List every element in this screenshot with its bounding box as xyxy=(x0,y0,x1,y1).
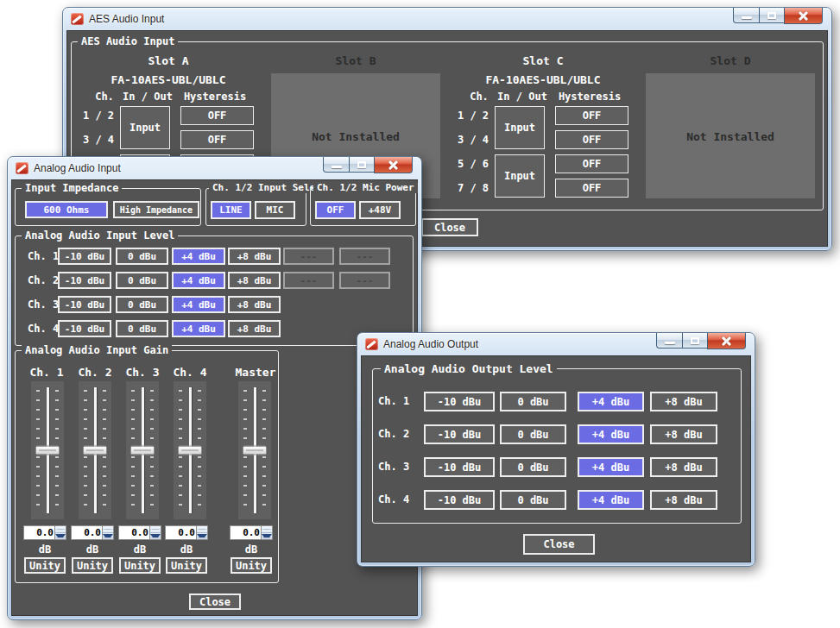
close-button[interactable] xyxy=(374,157,413,173)
input-level-ch2-plus4[interactable]: +4 dBu xyxy=(172,272,225,289)
maximize-button[interactable] xyxy=(759,8,784,23)
spin-down-button[interactable] xyxy=(197,533,207,539)
slider-handle[interactable] xyxy=(35,446,60,455)
analog-input-close-button[interactable]: Close xyxy=(189,593,241,610)
spin-down-button[interactable] xyxy=(103,533,113,539)
output-level-ch3-plus8[interactable]: +8 dBu xyxy=(650,457,717,477)
input-level-ch1-plus4[interactable]: +4 dBu xyxy=(172,248,225,265)
output-level-ch2-plus8[interactable]: +8 dBu xyxy=(650,424,717,444)
gain-spinbox-ch3[interactable]: 0.0 xyxy=(118,525,161,540)
spin-up-button[interactable] xyxy=(262,526,272,533)
gain-value-ch3[interactable]: 0.0 xyxy=(119,526,149,539)
input-level-ch3-plus4[interactable]: +4 dBu xyxy=(172,296,225,313)
output-level-ch4-plus8[interactable]: +8 dBu xyxy=(650,490,717,510)
input-select-mic-button[interactable]: MIC xyxy=(255,201,295,219)
output-level-ch2-minus10[interactable]: -10 dBu xyxy=(424,424,495,444)
unity-button-ch1[interactable]: Unity xyxy=(24,557,66,574)
input-gain-group-label: Analog Audio Input Gain xyxy=(22,344,172,356)
spin-down-button[interactable] xyxy=(262,533,272,539)
mic-power-48v-button[interactable]: +48V xyxy=(359,201,401,219)
column-header-ch: Ch. xyxy=(462,91,496,103)
slot-c-hysteresis-button-34[interactable]: OFF xyxy=(555,130,628,149)
spin-up-button[interactable] xyxy=(55,526,66,533)
gain-value-ch1[interactable]: 0.0 xyxy=(24,526,54,539)
input-level-ch1-minus10[interactable]: -10 dBu xyxy=(58,248,111,265)
gain-slider-ch3[interactable] xyxy=(126,381,159,519)
unity-button-master[interactable]: Unity xyxy=(231,557,272,574)
spin-up-button[interactable] xyxy=(197,526,207,533)
output-level-group-label: Analog Audio Output Level xyxy=(381,362,557,375)
slider-handle[interactable] xyxy=(83,446,107,455)
mic-power-off-button[interactable]: OFF xyxy=(315,201,356,219)
impedance-600ohms-button[interactable]: 600 Ohms xyxy=(25,201,108,218)
spin-down-icon xyxy=(55,534,66,538)
analog-output-close-button[interactable]: Close xyxy=(523,534,595,555)
output-level-ch1-plus4[interactable]: +4 dBu xyxy=(578,392,644,411)
aes-titlebar[interactable]: AES Audio Input xyxy=(63,8,831,30)
gain-value-master[interactable]: 0.0 xyxy=(231,526,261,539)
input-level-ch4-0dbu[interactable]: 0 dBu xyxy=(116,320,168,337)
output-level-ch2-0dbu[interactable]: 0 dBu xyxy=(500,424,566,444)
unity-button-ch3[interactable]: Unity xyxy=(119,557,161,574)
slot-c-inout-button-12-34[interactable]: Input xyxy=(495,106,545,149)
gain-value-ch4[interactable]: 0.0 xyxy=(166,526,196,539)
output-level-ch4-plus4[interactable]: +4 dBu xyxy=(578,490,644,510)
output-level-ch2-plus4[interactable]: +4 dBu xyxy=(578,424,644,444)
spin-down-button[interactable] xyxy=(150,533,161,539)
output-level-ch1-minus10[interactable]: -10 dBu xyxy=(424,392,495,411)
slot-a-hysteresis-button-12[interactable]: OFF xyxy=(180,106,254,125)
output-level-ch1-0dbu[interactable]: 0 dBu xyxy=(500,392,566,411)
unity-button-ch4[interactable]: Unity xyxy=(166,557,207,574)
spin-up-button[interactable] xyxy=(103,526,113,533)
output-level-ch3-minus10[interactable]: -10 dBu xyxy=(424,457,495,477)
close-button[interactable] xyxy=(707,333,746,349)
input-level-ch3-minus10[interactable]: -10 dBu xyxy=(58,296,111,313)
slot-c-inout-button-56-78[interactable]: Input xyxy=(495,154,545,198)
slot-c-hysteresis-button-56[interactable]: OFF xyxy=(555,154,628,173)
output-level-ch4-minus10[interactable]: -10 dBu xyxy=(424,490,495,510)
unity-button-ch2[interactable]: Unity xyxy=(72,557,113,574)
slot-a-inout-button-12-34[interactable]: Input xyxy=(120,106,170,149)
slider-handle[interactable] xyxy=(130,446,155,455)
slider-handle[interactable] xyxy=(243,446,267,455)
gain-slider-ch1[interactable] xyxy=(31,381,64,519)
slot-c-hysteresis-button-12[interactable]: OFF xyxy=(555,106,628,125)
gain-spinbox-ch1[interactable]: 0.0 xyxy=(23,525,66,540)
maximize-button[interactable] xyxy=(349,157,374,173)
slider-handle[interactable] xyxy=(178,446,202,455)
column-header-inout: In / Out xyxy=(496,91,548,103)
minimize-button[interactable] xyxy=(656,333,682,349)
output-level-ch1-plus8[interactable]: +8 dBu xyxy=(650,392,717,411)
input-level-ch2-plus8[interactable]: +8 dBu xyxy=(228,272,281,289)
spin-down-button[interactable] xyxy=(55,533,66,539)
slot-c-hysteresis-button-78[interactable]: OFF xyxy=(555,179,628,198)
output-level-ch3-0dbu[interactable]: 0 dBu xyxy=(500,457,566,477)
gain-spinbox-ch4[interactable]: 0.0 xyxy=(165,525,208,540)
gain-slider-ch4[interactable] xyxy=(174,381,206,519)
gain-slider-ch2[interactable] xyxy=(79,381,111,519)
input-level-ch4-plus4[interactable]: +4 dBu xyxy=(172,320,225,337)
gain-spinbox-ch2[interactable]: 0.0 xyxy=(71,525,114,540)
input-level-ch4-minus10[interactable]: -10 dBu xyxy=(58,320,111,337)
input-level-ch2-minus10[interactable]: -10 dBu xyxy=(58,272,111,289)
output-level-ch3-plus4[interactable]: +4 dBu xyxy=(578,457,644,477)
gain-slider-master[interactable] xyxy=(238,381,271,519)
input-level-ch3-plus8[interactable]: +8 dBu xyxy=(228,296,281,313)
minimize-button[interactable] xyxy=(733,8,759,23)
input-level-ch1-0dbu[interactable]: 0 dBu xyxy=(116,248,168,265)
gain-spinbox-master[interactable]: 0.0 xyxy=(230,525,273,540)
input-level-ch4-plus8[interactable]: +8 dBu xyxy=(228,320,281,337)
output-level-ch4-0dbu[interactable]: 0 dBu xyxy=(500,490,566,510)
input-level-ch3-0dbu[interactable]: 0 dBu xyxy=(116,296,168,313)
aes-close-button[interactable]: Close xyxy=(421,218,478,236)
gain-value-ch2[interactable]: 0.0 xyxy=(72,526,102,539)
close-button[interactable] xyxy=(784,8,823,24)
input-level-ch2-0dbu[interactable]: 0 dBu xyxy=(116,272,168,289)
impedance-high-button[interactable]: High Impedance xyxy=(113,201,199,218)
spin-up-button[interactable] xyxy=(150,526,161,533)
maximize-button[interactable] xyxy=(682,333,707,349)
input-level-ch1-plus8[interactable]: +8 dBu xyxy=(228,248,281,265)
slot-a-hysteresis-button-34[interactable]: OFF xyxy=(180,130,254,149)
input-select-line-button[interactable]: LINE xyxy=(211,201,251,219)
minimize-button[interactable] xyxy=(323,157,349,173)
